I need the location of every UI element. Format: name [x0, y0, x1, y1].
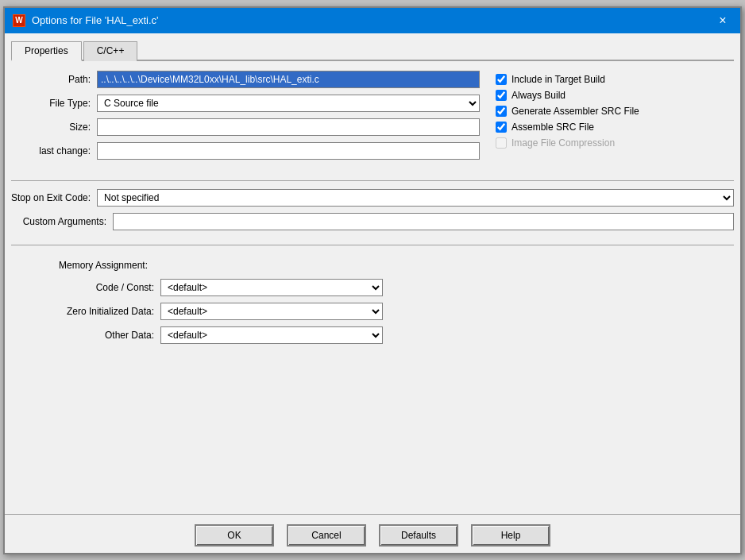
image-compression-label: Image File Compression	[511, 137, 615, 149]
help-button[interactable]: Help	[471, 524, 550, 546]
stop-on-exit-select[interactable]: Not specified	[97, 189, 734, 207]
custom-args-input[interactable]	[113, 213, 734, 230]
code-const-row: Code / Const: <default>	[11, 279, 734, 296]
include-in-target-checkbox[interactable]	[496, 74, 507, 85]
other-data-label: Other Data:	[11, 330, 154, 341]
code-const-select[interactable]: <default>	[160, 279, 383, 296]
dialog-title: Options for File 'HAL_exti.c'	[32, 14, 159, 26]
assemble-src-label: Assemble SRC File	[511, 122, 594, 133]
memory-title: Memory Assignment:	[59, 260, 734, 271]
assemble-src-checkbox[interactable]	[496, 122, 507, 133]
left-section: Path: File Type: C Source file Size:	[11, 71, 480, 166]
include-in-target-label: Include in Target Build	[511, 74, 605, 85]
checkbox-generate-assembler: Generate Assembler SRC File	[496, 106, 734, 117]
checkbox-assemble-src: Assemble SRC File	[496, 122, 734, 133]
last-change-label: last change:	[11, 145, 91, 156]
app-icon: W	[13, 14, 25, 27]
section-divider-1	[11, 180, 734, 181]
other-data-row: Other Data: <default>	[11, 326, 734, 344]
tabs-container: Properties C/C++	[11, 40, 734, 61]
last-change-input[interactable]	[97, 142, 480, 160]
path-label: Path:	[11, 74, 91, 85]
generate-assembler-checkbox[interactable]	[496, 106, 507, 117]
title-bar-left: W Options for File 'HAL_exti.c'	[13, 14, 159, 27]
zero-init-label: Zero Initialized Data:	[11, 306, 154, 317]
ok-button[interactable]: OK	[195, 524, 274, 546]
button-bar: OK Cancel Defaults Help	[5, 514, 740, 553]
section-divider-2	[11, 245, 734, 245]
checkbox-include-in-target: Include in Target Build	[496, 74, 734, 85]
cancel-button[interactable]: Cancel	[287, 524, 366, 546]
stop-on-exit-row: Stop on Exit Code: Not specified	[11, 189, 734, 207]
file-type-row: File Type: C Source file	[11, 95, 480, 112]
code-const-label: Code / Const:	[11, 282, 154, 293]
tab-content: Path: File Type: C Source file Size:	[11, 71, 734, 508]
checkbox-image-compression: Image File Compression	[496, 137, 734, 149]
generate-assembler-label: Generate Assembler SRC File	[511, 106, 639, 117]
memory-section: Memory Assignment: Code / Const: <defaul…	[11, 260, 734, 350]
title-bar: W Options for File 'HAL_exti.c' ×	[5, 8, 740, 33]
form-section: Path: File Type: C Source file Size:	[11, 71, 734, 166]
dialog-window: W Options for File 'HAL_exti.c' × Proper…	[3, 6, 742, 554]
size-input[interactable]	[97, 118, 480, 136]
zero-init-select[interactable]: <default>	[160, 303, 383, 320]
checkbox-always-build: Always Build	[496, 90, 734, 101]
size-label: Size:	[11, 122, 91, 133]
image-compression-checkbox[interactable]	[496, 137, 507, 149]
custom-args-label: Custom Arguments:	[11, 216, 106, 227]
zero-init-row: Zero Initialized Data: <default>	[11, 303, 734, 320]
always-build-label: Always Build	[511, 90, 566, 101]
stop-on-exit-label: Stop on Exit Code:	[11, 192, 91, 203]
other-data-select[interactable]: <default>	[160, 326, 383, 344]
path-input[interactable]	[97, 71, 480, 88]
tab-properties[interactable]: Properties	[11, 41, 82, 61]
close-button[interactable]: ×	[713, 11, 732, 30]
size-row: Size:	[11, 118, 480, 136]
file-type-label: File Type:	[11, 98, 91, 109]
path-row: Path:	[11, 71, 480, 88]
always-build-checkbox[interactable]	[496, 90, 507, 101]
right-section: Include in Target Build Always Build Gen…	[496, 71, 734, 166]
dialog-body: Properties C/C++ Path: File Typ	[5, 33, 740, 514]
defaults-button[interactable]: Defaults	[379, 524, 458, 546]
custom-args-row: Custom Arguments:	[11, 213, 734, 230]
last-change-row: last change:	[11, 142, 480, 160]
tab-cpp[interactable]: C/C++	[83, 41, 138, 61]
file-type-select[interactable]: C Source file	[97, 95, 480, 112]
